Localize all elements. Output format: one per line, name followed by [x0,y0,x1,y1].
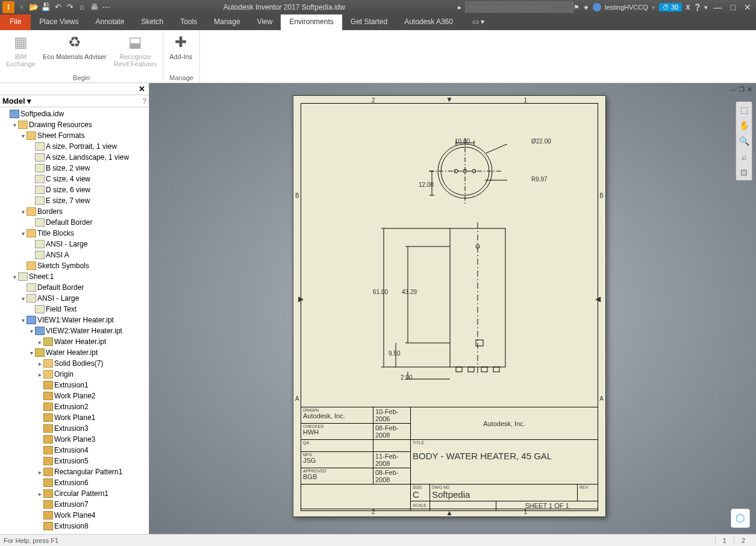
tree-node[interactable]: ▸Water Heater.ipt [2,336,149,347]
tree-node[interactable]: Extrusion1 [2,380,149,391]
tree-node[interactable]: ▾Sheet Formats [2,130,149,141]
tree-node[interactable]: A size, Portrait, 1 view [2,141,149,152]
menu-autodesk-a360[interactable]: Autodesk A360 [396,14,461,30]
status-page-2[interactable]: 2 [734,537,752,544]
model-tree[interactable]: Softpedia.idw▾Drawing Resources▾Sheet Fo… [0,107,149,534]
nav-zoomall-icon[interactable]: ⊡ [736,165,752,180]
qat-more-icon[interactable]: ⋯ [101,2,111,12]
tree-node[interactable]: ▸Rectangular Pattern1 [2,466,149,477]
user-name[interactable]: testingHVCCQ [605,4,648,11]
drawing-canvas[interactable]: — ❐ ✕ ⬚ ✋ 🔍 ⌕ ⊡ 2 1 2 1 B B A A ▼ ▲ ▶ ◀ [149,83,756,534]
qat-new-icon[interactable]: ▫ [17,2,27,12]
tree-node[interactable]: ▾Title Blocks [2,228,149,239]
menu-collapse[interactable]: ▭ ▾ [464,14,493,30]
exchange-icon[interactable]: X [686,4,690,11]
browser-title[interactable]: Model [2,96,25,105]
tree-node[interactable]: ▾Drawing Resources [2,119,149,130]
expand-icon[interactable]: ▾ [11,274,18,280]
tree-node[interactable]: ▸Solid Bodies(7) [2,358,149,369]
maximize-button[interactable]: □ [728,2,738,12]
tree-node[interactable]: ▾VIEW1:Water Heater.ipt [2,315,149,325]
tree-node[interactable]: ▾Sheet:1 [2,271,149,282]
tree-node[interactable]: Extrusion7 [2,499,149,510]
qat-home-icon[interactable]: ⌂ [77,2,87,12]
tree-node[interactable]: ▾Water Heater.ipt [2,347,149,358]
expand-icon[interactable]: ▾ [19,317,27,324]
tree-node[interactable]: D size, 6 view [2,184,149,195]
expand-icon[interactable]: ▾ [19,209,27,215]
tree-node[interactable]: Field Text [2,304,149,315]
tree-node[interactable]: Work Plane3 [2,434,149,445]
browser-close-icon[interactable]: ✕ [139,84,145,93]
qat-save-icon[interactable]: 💾 [41,2,51,12]
menu-annotate[interactable]: Annotate [87,14,133,30]
menu-tools[interactable]: Tools [172,14,205,30]
help-search-input[interactable] [465,2,573,13]
tree-node[interactable]: Softpedia.idw [2,108,149,119]
qat-print-icon[interactable]: 🖶 [89,2,99,12]
nav-pan-icon[interactable]: ✋ [736,118,752,133]
tree-node[interactable]: Extrusion5 [2,456,149,466]
help-icon[interactable]: ❔ ▾ [693,4,707,11]
nav-zoom-icon[interactable]: 🔍 [736,133,752,149]
tree-node[interactable]: Work Plane2 [2,391,149,401]
tree-node[interactable]: ▾ANSI - Large [2,293,149,304]
nav-full-icon[interactable]: ⬚ [736,102,752,118]
expand-icon[interactable]: ▸ [36,339,43,345]
doc-close-icon[interactable]: ✕ [747,86,752,93]
tree-node[interactable]: Work Plane4 [2,510,149,521]
tree-node[interactable]: Default Border [2,217,149,228]
tree-node[interactable]: ▾Borders [2,206,149,217]
tree-node[interactable]: ANSI - Large [2,239,149,249]
expand-icon[interactable]: ▾ [19,133,27,139]
browser-help-icon[interactable]: ? [142,97,146,105]
tree-node[interactable]: E size, 7 view [2,195,149,206]
menu-place-views[interactable]: Place Views [31,14,87,30]
tree-node[interactable]: A size, Landscape, 1 view [2,152,149,163]
ribbon-eco-materials-adviser[interactable]: ♻Eco Materials Adviser [43,33,107,60]
expand-icon[interactable]: ▸ [36,491,43,497]
menu-sketch[interactable]: Sketch [133,14,172,30]
user-avatar-icon[interactable] [593,3,601,11]
expand-icon[interactable]: ▾ [28,328,35,334]
tree-node[interactable]: ▾VIEW2:Water Heater.ipt [2,325,149,336]
menu-file[interactable]: File [0,14,31,30]
minimize-button[interactable]: — [711,2,725,12]
trial-badge[interactable]: ⏱ 30 [659,3,682,11]
nav-zoomwin-icon[interactable]: ⌕ [736,149,752,165]
expand-icon[interactable]: ▾ [11,122,18,128]
doc-restore-icon[interactable]: ❐ [739,86,745,93]
expand-icon[interactable]: ▸ [36,469,43,475]
tree-node[interactable]: ▸Origin [2,369,149,380]
doc-minimize-icon[interactable]: — [729,86,736,93]
expand-icon[interactable]: ▾ [28,350,35,356]
favorite-icon[interactable]: ★ [583,4,589,11]
tree-node[interactable]: Extrusion6 [2,477,149,488]
qat-play-icon[interactable]: ▸ [458,3,461,11]
menu-get-started[interactable]: Get Started [342,14,396,30]
qat-undo-icon[interactable]: ↶ [53,2,63,12]
signin-icon[interactable]: ⚑ [573,4,579,11]
tree-node[interactable]: C size, 4 view [2,174,149,184]
expand-icon[interactable]: ▸ [36,371,43,378]
tree-node[interactable]: Extrusion4 [2,445,149,456]
expand-icon[interactable]: ▾ [19,295,27,302]
menu-view[interactable]: View [249,14,281,30]
tree-node[interactable]: Extrusion2 [2,401,149,412]
status-page-1[interactable]: 1 [715,537,734,544]
tree-node[interactable]: B size, 2 view [2,163,149,174]
tree-node[interactable]: ANSI A [2,249,149,260]
qat-open-icon[interactable]: 📂 [29,2,39,12]
tree-node[interactable]: Extrusion8 [2,521,149,532]
tree-node[interactable]: Sketch Symbols [2,260,149,271]
expand-icon[interactable]: ▸ [36,360,43,367]
menu-manage[interactable]: Manage [205,14,248,30]
tree-node[interactable]: Work Plane1 [2,412,149,423]
tree-node[interactable]: Default Border [2,282,149,293]
share-button[interactable]: ⬡ [731,509,750,528]
ribbon-add-ins[interactable]: ✚Add-Ins [169,33,192,60]
tree-node[interactable]: Extrusion3 [2,423,149,434]
close-button[interactable]: ✕ [742,2,754,12]
expand-icon[interactable]: ▾ [19,230,27,237]
menu-environments[interactable]: Environments [281,14,342,30]
